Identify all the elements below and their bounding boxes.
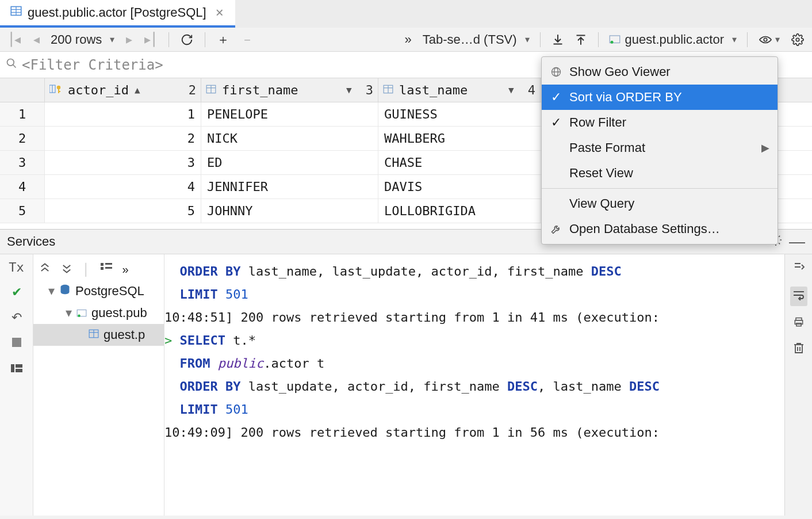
print-icon[interactable] [792,316,805,331]
svg-point-12 [7,59,14,66]
more-icon[interactable]: » [122,263,129,276]
datasource-icon [609,32,621,47]
services-panel-body: Tx ✔ ↶ │ » ▾ PostgreSQL ▾ [0,254,812,516]
svg-rect-45 [796,323,800,326]
row-number-header [0,78,45,102]
services-right-toolbar [784,254,812,516]
data-toolbar: ⎮◂ ◂ 200 rows ▸ ▸⎮ ＋ － » Tab-se…d (TSV) … [0,28,812,52]
column-icon [206,83,216,97]
svg-rect-29 [12,338,21,347]
services-left-toolbar: Tx ✔ ↶ [0,254,33,516]
tree-table[interactable]: guest.p [33,324,164,346]
menu-reset-view[interactable]: Reset View [542,161,777,186]
column-first-name[interactable]: first_name ▼ 3 [201,78,378,102]
group-icon[interactable] [101,263,112,276]
table-icon [10,5,22,20]
svg-rect-34 [101,267,104,270]
view-mode-button[interactable] [753,30,786,49]
table-icon [89,327,99,342]
sort-desc-icon: ▼ [346,85,352,96]
search-icon [6,58,17,72]
reload-button[interactable] [175,30,199,49]
layout-button[interactable] [11,361,22,376]
commit-button[interactable]: ✔ [12,285,22,300]
export-button[interactable] [546,30,569,49]
minimize-button[interactable]: — [789,232,805,251]
services-tree: │ » ▾ PostgreSQL ▾ guest.pub guest.p [33,254,164,516]
chevron-down-icon: ▾ [48,284,55,299]
wrench-icon [550,223,562,235]
tab-close-button[interactable]: × [212,5,227,21]
svg-rect-36 [105,267,112,269]
chevron-right-icon: ▶ [761,142,769,154]
sort-asc-icon: ▲ [135,85,140,96]
schema-chooser[interactable]: guest.public.actor [604,32,741,47]
column-actor-id[interactable]: actor_id ▲ 2 [45,78,201,102]
menu-sort-via-order-by[interactable]: ✓ Sort via ORDER BY [542,85,777,110]
svg-point-38 [78,314,81,317]
prev-page-button[interactable]: ◂ [26,30,46,49]
svg-rect-31 [16,364,22,368]
expand-all-icon[interactable] [39,262,51,277]
scroll-to-end-icon[interactable] [792,261,805,276]
services-output[interactable]: ORDER BY last_name, last_update, actor_i… [164,254,784,516]
settings-popup-menu: Show Geo Viewer ✓ Sort via ORDER BY ✓ Ro… [541,56,778,245]
svg-rect-32 [16,369,22,372]
check-icon: ✓ [550,90,562,105]
next-page-button[interactable]: ▸ [119,30,139,49]
tree-postgres-root[interactable]: ▾ PostgreSQL [33,280,164,302]
postgres-icon [59,284,71,299]
tab-actor[interactable]: guest.public.actor [PostgreSQL] × [0,0,235,28]
menu-show-geo-viewer[interactable]: Show Geo Viewer [542,59,777,85]
collapse-all-icon[interactable] [61,262,72,277]
tx-button[interactable]: Tx [9,260,24,274]
pk-column-icon [49,83,62,97]
editor-tabs: guest.public.actor [PostgreSQL] × [0,0,812,28]
check-icon: ✓ [550,115,562,130]
svg-point-16 [57,86,60,89]
remove-row-button[interactable]: － [235,30,259,49]
column-icon [383,83,393,97]
extractor-dropdown[interactable]: Tab-se…d (TSV) [418,32,534,47]
settings-button[interactable] [786,30,810,49]
tab-title: guest.public.actor [PostgreSQL] [28,5,206,20]
globe-icon [550,66,562,78]
row-count-dropdown[interactable]: 200 rows [46,32,119,47]
first-page-button[interactable]: ⎮◂ [2,30,26,49]
menu-paste-format[interactable]: Paste Format ▶ [542,135,777,161]
datasource-icon [76,306,87,320]
menu-open-db-settings[interactable]: Open Database Settings… [542,216,777,242]
sort-desc-icon: ▼ [508,85,514,96]
soft-wrap-icon[interactable] [790,287,807,306]
tree-datasource[interactable]: ▾ guest.pub [33,302,164,324]
column-last-name[interactable]: last_name ▼ 4 [378,78,541,102]
add-row-button[interactable]: ＋ [211,30,235,49]
chevron-down-icon: ▾ [66,306,72,320]
svg-point-9 [610,40,613,43]
svg-rect-35 [105,263,112,265]
svg-line-13 [13,64,16,67]
svg-point-10 [764,38,767,41]
trash-icon[interactable] [793,342,805,358]
stop-button[interactable] [12,335,21,350]
svg-rect-30 [11,364,14,372]
rollback-button[interactable]: ↶ [12,310,22,325]
more-actions-button[interactable]: » [399,30,418,49]
last-page-button[interactable]: ▸⎮ [139,30,163,49]
services-title: Services [7,234,55,249]
menu-row-filter[interactable]: ✓ Row Filter [542,110,777,135]
svg-rect-33 [101,263,104,266]
svg-point-11 [796,38,799,41]
import-button[interactable] [569,30,592,49]
menu-view-query[interactable]: View Query [542,191,777,216]
